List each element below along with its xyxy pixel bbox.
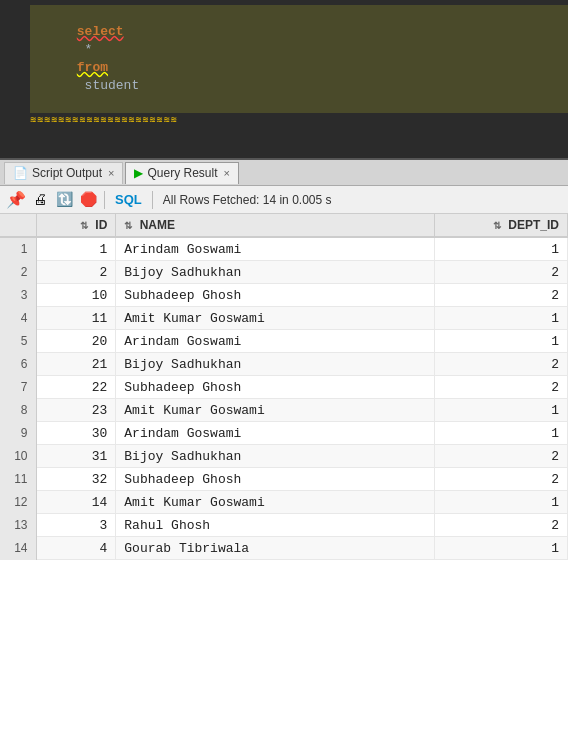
cell-name: Gourab Tibriwala	[116, 537, 435, 560]
table-row: 722Subhadeep Ghosh2	[0, 376, 568, 399]
cell-name: Arindam Goswami	[116, 422, 435, 445]
table-row: 823Amit Kumar Goswami1	[0, 399, 568, 422]
editor-squiggle-line: ≋≋≋≋≋≋≋≋≋≋≋≋≋≋≋≋≋≋≋≋≋	[0, 114, 568, 128]
col-header-rownum	[0, 214, 36, 237]
cell-dept-id: 1	[435, 330, 568, 353]
cell-id: 30	[36, 422, 116, 445]
cell-name: Bijoy Sadhukhan	[116, 353, 435, 376]
table-row: 411Amit Kumar Goswami1	[0, 307, 568, 330]
cell-rownum: 12	[0, 491, 36, 514]
cell-name: Subhadeep Ghosh	[116, 468, 435, 491]
cell-name: Subhadeep Ghosh	[116, 284, 435, 307]
cell-name: Arindam Goswami	[116, 330, 435, 353]
cell-rownum: 4	[0, 307, 36, 330]
cell-rownum: 10	[0, 445, 36, 468]
cell-dept-id: 2	[435, 261, 568, 284]
cell-dept-id: 2	[435, 514, 568, 537]
cell-id: 31	[36, 445, 116, 468]
cell-rownum: 11	[0, 468, 36, 491]
cell-id: 23	[36, 399, 116, 422]
toolbar-divider2	[152, 191, 153, 209]
tab-query-result-close[interactable]: ×	[224, 167, 230, 179]
cell-rownum: 14	[0, 537, 36, 560]
tab-script-output[interactable]: 📄 Script Output ×	[4, 162, 123, 184]
cell-id: 11	[36, 307, 116, 330]
cell-dept-id: 2	[435, 284, 568, 307]
sort-icon-name: ⇅	[124, 220, 132, 231]
cell-rownum: 2	[0, 261, 36, 284]
table-row: 1214Amit Kumar Goswami1	[0, 491, 568, 514]
cell-id: 10	[36, 284, 116, 307]
cell-id: 14	[36, 491, 116, 514]
table-row: 11Arindam Goswami1	[0, 237, 568, 261]
cell-rownum: 8	[0, 399, 36, 422]
sql-label: SQL	[115, 192, 142, 207]
toolbar-divider	[104, 191, 105, 209]
cell-dept-id: 2	[435, 445, 568, 468]
cell-rownum: 7	[0, 376, 36, 399]
col-header-name[interactable]: ⇅ NAME	[116, 214, 435, 237]
cell-rownum: 13	[0, 514, 36, 537]
table-body: 11Arindam Goswami122Bijoy Sadhukhan2310S…	[0, 237, 568, 560]
cell-rownum: 6	[0, 353, 36, 376]
sort-icon-id: ⇅	[80, 220, 88, 231]
cell-rownum: 3	[0, 284, 36, 307]
editor-line-truncate: truncate table student	[0, 148, 568, 160]
cell-dept-id: 2	[435, 353, 568, 376]
print-icon[interactable]: 🖨	[30, 190, 50, 210]
cell-name: Arindam Goswami	[116, 237, 435, 261]
tab-query-result-label: Query Result	[147, 166, 217, 180]
cell-id: 3	[36, 514, 116, 537]
result-table: ⇅ ID ⇅ NAME ⇅ DEPT_ID 11Arindam Goswami1…	[0, 214, 568, 560]
cell-dept-id: 2	[435, 376, 568, 399]
table-row: 22Bijoy Sadhukhan2	[0, 261, 568, 284]
tab-query-result[interactable]: ▶ Query Result ×	[125, 162, 238, 184]
cell-dept-id: 2	[435, 468, 568, 491]
table-row: 310Subhadeep Ghosh2	[0, 284, 568, 307]
cell-id: 32	[36, 468, 116, 491]
cell-dept-id: 1	[435, 307, 568, 330]
query-result-icon: ▶	[134, 166, 143, 180]
cell-rownum: 1	[0, 237, 36, 261]
cell-name: Amit Kumar Goswami	[116, 399, 435, 422]
table-row: 133Rahul Ghosh2	[0, 514, 568, 537]
table-row: 1031Bijoy Sadhukhan2	[0, 445, 568, 468]
cell-rownum: 5	[0, 330, 36, 353]
table-header-row: ⇅ ID ⇅ NAME ⇅ DEPT_ID	[0, 214, 568, 237]
pin-icon[interactable]: 📌	[6, 190, 26, 210]
tab-script-output-label: Script Output	[32, 166, 102, 180]
result-table-container[interactable]: ⇅ ID ⇅ NAME ⇅ DEPT_ID 11Arindam Goswami1…	[0, 214, 568, 756]
cell-name: Amit Kumar Goswami	[116, 491, 435, 514]
table-row: 930Arindam Goswami1	[0, 422, 568, 445]
col-header-dept-id[interactable]: ⇅ DEPT_ID	[435, 214, 568, 237]
cell-id: 2	[36, 261, 116, 284]
cell-dept-id: 1	[435, 537, 568, 560]
cell-dept-id: 1	[435, 422, 568, 445]
table-row: 520Arindam Goswami1	[0, 330, 568, 353]
cell-id: 21	[36, 353, 116, 376]
tab-script-output-close[interactable]: ×	[108, 167, 114, 179]
cell-name: Subhadeep Ghosh	[116, 376, 435, 399]
table-row: 144Gourab Tibriwala1	[0, 537, 568, 560]
table-row: 1132Subhadeep Ghosh2	[0, 468, 568, 491]
cell-dept-id: 1	[435, 491, 568, 514]
keyword-from: from	[77, 60, 108, 75]
col-header-id[interactable]: ⇅ ID	[36, 214, 116, 237]
cell-name: Bijoy Sadhukhan	[116, 445, 435, 468]
cell-name: Bijoy Sadhukhan	[116, 261, 435, 284]
cell-dept-id: 1	[435, 237, 568, 261]
stop-icon[interactable]: 🛑	[78, 190, 98, 210]
cell-id: 20	[36, 330, 116, 353]
cell-name: Amit Kumar Goswami	[116, 307, 435, 330]
editor-line-empty1	[0, 128, 568, 148]
table-row: 621Bijoy Sadhukhan2	[0, 353, 568, 376]
cell-id: 4	[36, 537, 116, 560]
status-text: All Rows Fetched: 14 in 0.005 s	[163, 193, 332, 207]
refresh-icon[interactable]: 🔃	[54, 190, 74, 210]
toolbar: 📌 🖨 🔃 🛑 SQL All Rows Fetched: 14 in 0.00…	[0, 186, 568, 214]
sort-icon-dept: ⇅	[493, 220, 501, 231]
cell-dept-id: 1	[435, 399, 568, 422]
keyword-select: select	[77, 24, 124, 39]
script-output-icon: 📄	[13, 166, 28, 180]
code-editor: select * from student ≋≋≋≋≋≋≋≋≋≋≋≋≋≋≋≋≋≋…	[0, 0, 568, 160]
